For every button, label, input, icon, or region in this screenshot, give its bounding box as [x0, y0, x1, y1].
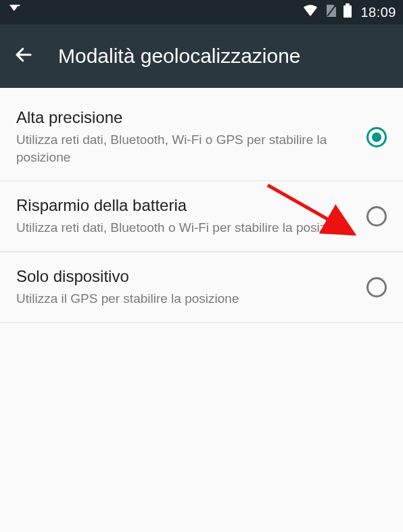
wifi-icon: [302, 4, 318, 20]
radio-unselected-icon[interactable]: [366, 277, 387, 297]
svg-rect-2: [346, 3, 350, 5]
app-bar: Modalità geolocalizzazione: [0, 24, 403, 88]
svg-rect-1: [343, 5, 352, 18]
option-title: Alta precisione: [16, 108, 356, 127]
sim-icon: [324, 3, 337, 21]
status-bar: 18:09: [0, 0, 403, 24]
app-notification-icon: [7, 3, 23, 22]
radio-unselected-icon[interactable]: [366, 206, 387, 226]
option-battery-saving[interactable]: Risparmio della batteria Utilizza reti d…: [0, 181, 403, 252]
back-button[interactable]: [14, 45, 34, 68]
option-description: Utilizza il GPS per stabilire la posizio…: [16, 290, 356, 308]
option-description: Utilizza reti dati, Bluetooth, Wi-Fi o G…: [16, 131, 356, 166]
option-title: Solo dispositivo: [16, 267, 356, 286]
battery-icon: [343, 3, 352, 21]
radio-selected-icon[interactable]: [366, 127, 387, 147]
option-text: Risparmio della batteria Utilizza reti d…: [16, 196, 366, 237]
option-device-only[interactable]: Solo dispositivo Utilizza il GPS per sta…: [0, 252, 403, 323]
page-title: Modalità geolocalizzazione: [58, 45, 301, 68]
options-list: Alta precisione Utilizza reti dati, Blue…: [0, 88, 403, 323]
option-high-accuracy[interactable]: Alta precisione Utilizza reti dati, Blue…: [0, 88, 403, 181]
option-description: Utilizza reti dati, Bluetooth o Wi-Fi pe…: [16, 219, 356, 237]
option-text: Alta precisione Utilizza reti dati, Blue…: [16, 108, 366, 166]
option-text: Solo dispositivo Utilizza il GPS per sta…: [16, 267, 366, 308]
status-time: 18:09: [360, 5, 396, 20]
option-title: Risparmio della batteria: [16, 196, 356, 215]
status-right: 18:09: [302, 3, 396, 21]
status-left: [7, 3, 23, 22]
